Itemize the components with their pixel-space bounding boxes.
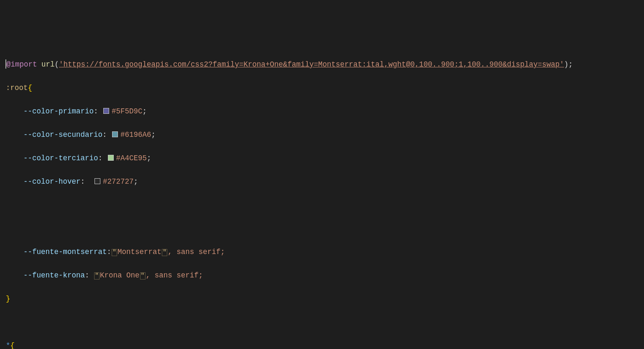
universal-selector: *	[6, 341, 10, 349]
color-swatch-icon[interactable]	[95, 178, 100, 184]
css-var-name: --fuente-montserrat	[23, 248, 107, 256]
font-family-value: Krona One	[100, 271, 140, 280]
css-color-value: #5F5D9C	[112, 107, 143, 115]
code-line[interactable]: --fuente-krona: "Krona One", sans serif;	[6, 269, 644, 281]
root-selector: :root	[6, 84, 28, 92]
css-var-name: --fuente-krona	[23, 271, 85, 280]
code-line[interactable]: }	[6, 293, 644, 305]
code-editor[interactable]: @import url('https://fonts.googleapis.co…	[0, 47, 644, 349]
code-line[interactable]: :root{	[6, 82, 644, 94]
whitespace-marker-icon: "	[112, 249, 117, 256]
code-line[interactable]	[6, 316, 644, 328]
code-line[interactable]: --color-hover: #272727;	[6, 176, 644, 187]
css-var-name: --color-primario	[23, 107, 94, 115]
font-family-value: Montserrat	[118, 248, 161, 256]
code-line[interactable]: *{	[6, 340, 644, 349]
whitespace-marker-icon: "	[94, 272, 100, 280]
color-swatch-icon[interactable]	[103, 108, 109, 114]
css-var-name: --color-terciario	[23, 154, 98, 162]
color-swatch-icon[interactable]	[108, 155, 114, 161]
font-fallback: , sans serif;	[146, 271, 203, 280]
code-line[interactable]	[6, 223, 644, 234]
code-line[interactable]: --color-primario: #5F5D9C;	[6, 105, 644, 117]
code-line[interactable]: --color-secundario: #6196A6;	[6, 129, 644, 141]
url-function: url	[41, 60, 55, 69]
import-keyword: @import	[6, 60, 37, 69]
color-swatch-icon[interactable]	[112, 131, 118, 137]
font-fallback: , sans serif;	[168, 248, 225, 256]
css-color-value: #6196A6	[120, 131, 151, 139]
css-var-name: --color-hover	[23, 177, 81, 186]
code-line[interactable]	[6, 199, 644, 211]
code-line[interactable]: --fuente-montserrat:"Montserrat", sans s…	[6, 246, 644, 258]
css-var-name: --color-secundario	[23, 131, 102, 139]
css-color-value: #A4CE95	[116, 154, 147, 162]
code-line[interactable]: @import url('https://fonts.googleapis.co…	[6, 59, 644, 70]
code-line[interactable]: --color-terciario: #A4CE95;	[6, 152, 644, 164]
whitespace-marker-icon: "	[162, 249, 167, 256]
import-url: 'https://fonts.googleapis.com/css2?famil…	[59, 60, 564, 69]
whitespace-marker-icon: "	[140, 272, 146, 280]
css-color-value: #272727	[103, 177, 134, 186]
